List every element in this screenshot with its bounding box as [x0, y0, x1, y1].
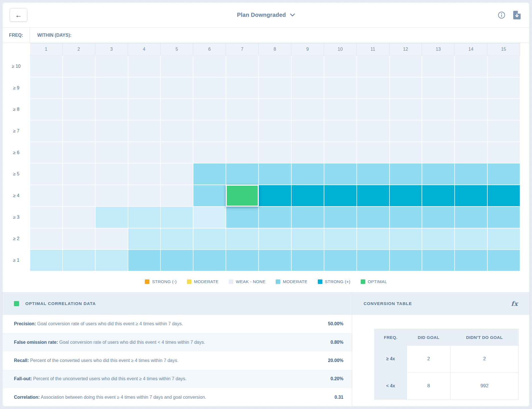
- heatmap-cell[interactable]: [160, 56, 193, 77]
- heatmap-cell[interactable]: [487, 120, 520, 142]
- heatmap-cell[interactable]: [389, 56, 422, 77]
- heatmap-cell[interactable]: [128, 77, 161, 99]
- heatmap-cell[interactable]: [63, 77, 95, 99]
- heatmap-cell[interactable]: [357, 228, 389, 250]
- heatmap-cell[interactable]: [226, 163, 259, 185]
- heatmap-cell[interactable]: [160, 185, 193, 206]
- heatmap-cell[interactable]: [324, 77, 357, 99]
- heatmap-cell[interactable]: [63, 206, 95, 228]
- heatmap-cell[interactable]: [389, 77, 422, 99]
- heatmap-cell[interactable]: [487, 99, 520, 120]
- heatmap-cell[interactable]: [291, 120, 324, 142]
- heatmap-cell[interactable]: [291, 99, 324, 120]
- heatmap-cell[interactable]: [487, 185, 520, 206]
- heatmap-cell[interactable]: [160, 99, 193, 120]
- heatmap-cell[interactable]: [160, 228, 193, 250]
- heatmap-cell[interactable]: [422, 185, 455, 206]
- heatmap-cell[interactable]: [128, 142, 161, 163]
- heatmap-cell[interactable]: [95, 250, 128, 271]
- heatmap-cell[interactable]: [226, 250, 259, 271]
- heatmap-cell[interactable]: [357, 206, 389, 228]
- heatmap-cell[interactable]: [291, 142, 324, 163]
- heatmap-cell[interactable]: [193, 206, 226, 228]
- heatmap-cell[interactable]: [226, 228, 259, 250]
- heatmap-cell[interactable]: [63, 120, 95, 142]
- heatmap-cell[interactable]: [389, 99, 422, 120]
- heatmap-cell[interactable]: [95, 163, 128, 185]
- heatmap-cell[interactable]: [160, 142, 193, 163]
- heatmap-cell[interactable]: [357, 250, 389, 271]
- heatmap-cell[interactable]: [324, 163, 357, 185]
- back-button[interactable]: ←: [10, 8, 27, 22]
- heatmap-cell[interactable]: [193, 120, 226, 142]
- heatmap-cell[interactable]: [487, 77, 520, 99]
- heatmap-cell[interactable]: [193, 77, 226, 99]
- heatmap-cell[interactable]: [487, 142, 520, 163]
- heatmap-cell[interactable]: [30, 163, 63, 185]
- heatmap-cell[interactable]: [259, 142, 291, 163]
- heatmap-cell[interactable]: [259, 250, 291, 271]
- title-dropdown[interactable]: Plan Downgraded: [237, 12, 295, 18]
- heatmap-cell[interactable]: [422, 163, 455, 185]
- heatmap-cell[interactable]: [30, 228, 63, 250]
- heatmap-cell[interactable]: [357, 99, 389, 120]
- heatmap-cell[interactable]: [389, 206, 422, 228]
- heatmap-cell[interactable]: [455, 120, 487, 142]
- heatmap-cell[interactable]: [63, 250, 95, 271]
- heatmap-cell-optimal[interactable]: [226, 185, 259, 206]
- heatmap-cell[interactable]: [30, 99, 63, 120]
- heatmap-cell[interactable]: [422, 228, 455, 250]
- heatmap-cell[interactable]: [128, 163, 161, 185]
- heatmap-cell[interactable]: [455, 142, 487, 163]
- heatmap-cell[interactable]: [193, 99, 226, 120]
- heatmap-cell[interactable]: [291, 77, 324, 99]
- heatmap-cell[interactable]: [357, 185, 389, 206]
- heatmap-cell[interactable]: [30, 185, 63, 206]
- heatmap-cell[interactable]: [357, 77, 389, 99]
- heatmap-cell[interactable]: [487, 250, 520, 271]
- heatmap-cell[interactable]: [259, 163, 291, 185]
- heatmap-cell[interactable]: [455, 185, 487, 206]
- heatmap-cell[interactable]: [422, 56, 455, 77]
- heatmap-cell[interactable]: [30, 142, 63, 163]
- heatmap-cell[interactable]: [422, 206, 455, 228]
- heatmap-cell[interactable]: [160, 163, 193, 185]
- heatmap-cell[interactable]: [226, 56, 259, 77]
- heatmap-cell[interactable]: [128, 185, 161, 206]
- heatmap-cell[interactable]: [95, 120, 128, 142]
- heatmap-cell[interactable]: [389, 228, 422, 250]
- heatmap-cell[interactable]: [95, 56, 128, 77]
- heatmap-cell[interactable]: [324, 228, 357, 250]
- heatmap-cell[interactable]: [160, 77, 193, 99]
- heatmap-cell[interactable]: [259, 206, 291, 228]
- heatmap-cell[interactable]: [226, 120, 259, 142]
- heatmap-cell[interactable]: [30, 250, 63, 271]
- heatmap-cell[interactable]: [487, 206, 520, 228]
- heatmap-cell[interactable]: [455, 228, 487, 250]
- heatmap-cell[interactable]: [389, 120, 422, 142]
- heatmap-cell[interactable]: [422, 99, 455, 120]
- heatmap-cell[interactable]: [226, 77, 259, 99]
- heatmap-cell[interactable]: [291, 185, 324, 206]
- heatmap-cell[interactable]: [259, 120, 291, 142]
- heatmap-cell[interactable]: [455, 99, 487, 120]
- heatmap-cell[interactable]: [30, 206, 63, 228]
- info-icon[interactable]: [498, 11, 506, 19]
- heatmap-cell[interactable]: [357, 56, 389, 77]
- heatmap-cell[interactable]: [259, 99, 291, 120]
- heatmap-cell[interactable]: [128, 56, 161, 77]
- heatmap-cell[interactable]: [324, 206, 357, 228]
- heatmap-cell[interactable]: [63, 99, 95, 120]
- heatmap-cell[interactable]: [422, 120, 455, 142]
- formula-fx-icon[interactable]: fx: [511, 300, 518, 307]
- heatmap-cell[interactable]: [487, 163, 520, 185]
- heatmap-cell[interactable]: [422, 250, 455, 271]
- heatmap-cell[interactable]: [357, 142, 389, 163]
- heatmap-cell[interactable]: [193, 56, 226, 77]
- heatmap-cell[interactable]: [291, 206, 324, 228]
- heatmap-cell[interactable]: [95, 142, 128, 163]
- heatmap-cell[interactable]: [95, 77, 128, 99]
- heatmap-cell[interactable]: [128, 206, 161, 228]
- heatmap-cell[interactable]: [193, 142, 226, 163]
- heatmap-cell[interactable]: [63, 163, 95, 185]
